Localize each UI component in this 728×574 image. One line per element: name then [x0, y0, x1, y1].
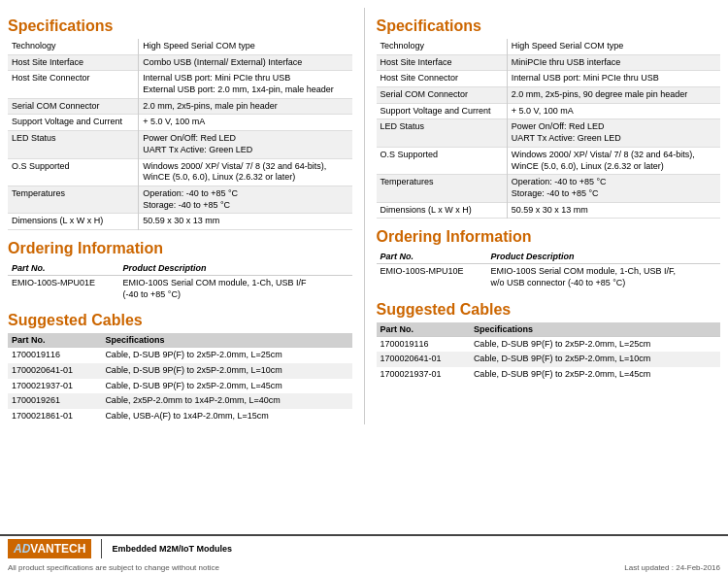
cable-spec: Cable, D-SUB 9P(F) to 2x5P-2.0mm, L=10cm: [470, 352, 720, 367]
footer-divider: [101, 539, 102, 558]
cable-part: 1700021937-01: [377, 367, 470, 383]
right-spec-title: Specifications: [377, 17, 721, 35]
right-ordering-section: Ordering Information Part No. Product De…: [377, 228, 721, 290]
right-cables-col1: Part No.: [377, 322, 470, 337]
spec-value: + 5.0 V, 100 mA: [507, 103, 720, 119]
footer-disclaimer: All product specifications are subject t…: [8, 563, 219, 572]
spec-value: 50.59 x 30 x 13 mm: [139, 214, 352, 230]
left-order-col1: Part No.: [8, 261, 119, 276]
spec-label: Technology: [377, 39, 508, 54]
spec-value: Power On/Off: Red LED UART Tx Active: Gr…: [507, 119, 720, 147]
spec-value: Internal USB port: Mini PCIe thru USB: [507, 71, 720, 87]
spec-label: Support Voltage and Current: [377, 103, 508, 119]
spec-value: High Speed Serial COM type: [507, 39, 720, 54]
footer-tagline: Embedded M2M/IoT Modules: [112, 544, 232, 554]
spec-label: Serial COM Connector: [8, 98, 139, 115]
spec-label: Host Site Connector: [377, 71, 508, 87]
cable-spec: Cable, D-SUB 9P(F) to 2x5P-2.0mm, L=45cm: [101, 379, 351, 394]
spec-label: Temperatures: [377, 175, 508, 202]
left-ordering-section: Ordering Information Part No. Product De…: [8, 240, 352, 302]
spec-label: O.S Supported: [377, 147, 508, 174]
spec-value: 2.0 mm, 2x5-pins, male pin header: [139, 98, 352, 115]
column-divider: [364, 8, 365, 424]
cable-part: 1700019116: [8, 348, 101, 363]
cable-part: 1700020641-01: [8, 363, 101, 379]
footer-bottom-bar: All product specifications are subject t…: [0, 561, 728, 574]
order-part: EMIO-100S-MPU10E: [377, 264, 487, 291]
spec-label: Dimensions (L x W x H): [377, 202, 508, 219]
cable-part: 1700021937-01: [8, 379, 101, 394]
spec-value: Windows 2000/ XP/ Vista/ 7/ 8 (32 and 64…: [139, 158, 352, 186]
left-order-col2: Product Description: [119, 261, 352, 276]
spec-value: Combo USB (Internal/ External) Interface: [139, 54, 352, 71]
cable-part: 1700020641-01: [377, 352, 470, 367]
spec-label: O.S Supported: [8, 158, 139, 186]
spec-label: LED Status: [377, 119, 508, 147]
spec-label: Host Site Interface: [8, 54, 139, 71]
spec-label: Host Site Interface: [377, 54, 508, 71]
cable-part: 1700019116: [377, 336, 470, 352]
cable-part: 1700021861-01: [8, 409, 101, 424]
left-cables-title: Suggested Cables: [8, 312, 352, 329]
right-cables-section: Suggested Cables Part No. Specifications…: [377, 301, 721, 383]
spec-value: Power On/Off: Red LED UART Tx Active: Gr…: [139, 131, 352, 158]
spec-value: High Speed Serial COM type: [139, 39, 352, 54]
left-specifications-section: Specifications TechnologyHigh Speed Seri…: [8, 17, 352, 230]
spec-value: 2.0 mm, 2x5-pins, 90 degree male pin hea…: [507, 87, 720, 104]
cable-spec: Cable, 2x5P-2.0mm to 1x4P-2.0mm, L=40cm: [101, 393, 351, 409]
spec-value: Internal USB port: Mini PCIe thru USB Ex…: [139, 71, 352, 98]
right-spec-table: TechnologyHigh Speed Serial COM typeHost…: [377, 39, 721, 219]
cable-spec: Cable, D-SUB 9P(F) to 2x5P-2.0mm, L=25cm: [470, 336, 720, 352]
spec-value: MiniPCIe thru USB interface: [507, 54, 720, 71]
main-content: Specifications TechnologyHigh Speed Seri…: [0, 0, 728, 424]
left-cables-col1: Part No.: [8, 333, 101, 348]
right-specifications-section: Specifications TechnologyHigh Speed Seri…: [377, 17, 721, 219]
left-cables-col2: Specifications: [101, 333, 351, 348]
right-order-table: Part No. Product Description EMIO-100S-M…: [377, 250, 721, 290]
spec-label: Temperatures: [8, 186, 139, 213]
left-spec-title: Specifications: [8, 17, 352, 35]
spec-label: LED Status: [8, 131, 139, 158]
footer: ADVANTECH Embedded M2M/IoT Modules All p…: [0, 534, 728, 574]
cable-spec: Cable, D-SUB 9P(F) to 2x5P-2.0mm, L=45cm: [470, 367, 720, 383]
cable-part: 1700019261: [8, 393, 101, 409]
left-order-table: Part No. Product Description EMIO-100S-M…: [8, 261, 352, 302]
left-ordering-title: Ordering Information: [8, 240, 352, 257]
right-cables-title: Suggested Cables: [377, 301, 721, 319]
spec-value: 50.59 x 30 x 13 mm: [507, 202, 720, 219]
right-column: Specifications TechnologyHigh Speed Seri…: [377, 8, 721, 424]
order-part: EMIO-100S-MPU01E: [8, 275, 119, 302]
left-column: Specifications TechnologyHigh Speed Seri…: [8, 8, 352, 424]
right-cables-col2: Specifications: [470, 322, 720, 337]
spec-value: + 5.0 V, 100 mA: [139, 115, 352, 131]
spec-label: Technology: [8, 39, 139, 54]
spec-label: Serial COM Connector: [377, 87, 508, 104]
cable-spec: Cable, USB-A(F) to 1x4P-2.0mm, L=15cm: [101, 409, 351, 424]
order-desc: EMIO-100S Serial COM module, 1-Ch, USB I…: [486, 264, 720, 291]
cable-spec: Cable, D-SUB 9P(F) to 2x5P-2.0mm, L=10cm: [101, 363, 351, 379]
right-cables-table: Part No. Specifications 1700019116Cable,…: [377, 322, 721, 383]
spec-value: Operation: -40 to +85 °C Storage: -40 to…: [139, 186, 352, 213]
spec-label: Host Site Connector: [8, 71, 139, 98]
left-cables-section: Suggested Cables Part No. Specifications…: [8, 312, 352, 423]
advantech-logo: ADVANTECH: [8, 539, 91, 558]
footer-updated: Last updated : 24-Feb-2016: [624, 563, 720, 572]
right-order-col1: Part No.: [377, 250, 487, 264]
spec-value: Windows 2000/ XP/ Vista/ 7/ 8 (32 and 64…: [507, 147, 720, 174]
spec-label: Dimensions (L x W x H): [8, 214, 139, 230]
spec-label: Support Voltage and Current: [8, 115, 139, 131]
cable-spec: Cable, D-SUB 9P(F) to 2x5P-2.0mm, L=25cm: [101, 348, 351, 363]
left-spec-table: TechnologyHigh Speed Serial COM typeHost…: [8, 39, 352, 230]
right-ordering-title: Ordering Information: [377, 228, 721, 246]
spec-value: Operation: -40 to +85 °C Storage: -40 to…: [507, 175, 720, 202]
right-order-col2: Product Description: [486, 250, 720, 264]
left-cables-table: Part No. Specifications 1700019116Cable,…: [8, 333, 352, 423]
order-desc: EMIO-100S Serial COM module, 1-Ch, USB I…: [119, 275, 352, 302]
footer-top-bar: ADVANTECH Embedded M2M/IoT Modules: [0, 534, 728, 561]
